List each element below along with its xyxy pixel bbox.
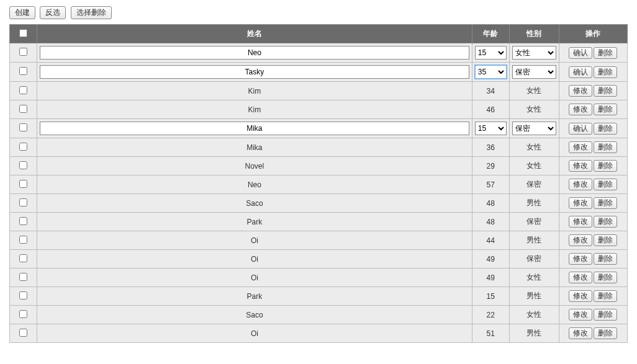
delete-button[interactable]: 删除	[594, 327, 617, 339]
delete-button[interactable]: 删除	[594, 160, 617, 172]
sex-select[interactable]: 保密	[512, 122, 556, 135]
delete-button[interactable]: 删除	[594, 179, 617, 190]
sex-select[interactable]: 保密	[512, 65, 556, 79]
row-checkbox[interactable]	[19, 291, 27, 300]
delete-button[interactable]: 删除	[594, 216, 617, 228]
age-cell: 57	[472, 175, 509, 194]
name-cell: Neo	[37, 175, 472, 194]
age-cell: 49	[472, 269, 509, 287]
sex-cell: 男性	[509, 287, 559, 306]
name-input[interactable]	[40, 46, 469, 60]
name-cell: Mika	[37, 138, 472, 157]
row-checkbox[interactable]	[19, 180, 27, 188]
modify-button[interactable]: 修改	[569, 141, 592, 153]
age-cell: 15	[472, 287, 509, 306]
age-cell: 36	[472, 138, 509, 157]
table-row: Kim34女性修改删除	[10, 82, 628, 100]
delete-button[interactable]: 删除	[594, 85, 617, 97]
sex-cell: 保密	[509, 175, 559, 194]
confirm-button[interactable]: 确认	[569, 47, 592, 59]
row-checkbox[interactable]	[19, 86, 27, 94]
table-row: Mika36女性修改删除	[10, 138, 628, 157]
name-cell: Oi	[37, 324, 472, 343]
invert-selection-button[interactable]: 反选	[40, 6, 66, 19]
confirm-button[interactable]: 确认	[569, 123, 592, 135]
header-name: 姓名	[37, 25, 472, 43]
row-checkbox[interactable]	[19, 198, 27, 206]
modify-button[interactable]: 修改	[569, 197, 592, 209]
name-cell: Kim	[37, 100, 472, 119]
name-cell: Saco	[37, 306, 472, 324]
row-checkbox[interactable]	[19, 67, 27, 75]
delete-selected-button[interactable]: 选择删除	[71, 6, 112, 19]
row-checkbox[interactable]	[19, 273, 27, 281]
name-cell: Park	[37, 213, 472, 231]
table-row: Park15男性修改删除	[10, 287, 628, 306]
name-input[interactable]	[40, 65, 469, 79]
row-checkbox[interactable]	[19, 48, 27, 56]
sex-cell: 女性	[509, 306, 559, 324]
sex-cell: 女性	[509, 269, 559, 287]
modify-button[interactable]: 修改	[569, 234, 592, 246]
delete-button[interactable]: 删除	[594, 104, 617, 115]
table-row: 15女性确认删除	[10, 43, 628, 63]
sex-select[interactable]: 女性	[512, 46, 556, 60]
name-cell: Oi	[37, 250, 472, 269]
name-cell: Oi	[37, 231, 472, 250]
modify-button[interactable]: 修改	[569, 216, 592, 228]
age-cell: 51	[472, 324, 509, 343]
row-checkbox[interactable]	[19, 161, 27, 169]
row-checkbox[interactable]	[19, 105, 27, 113]
delete-button[interactable]: 删除	[594, 66, 617, 78]
name-cell: Park	[37, 287, 472, 306]
table-row: Neo57保密修改删除	[10, 175, 628, 194]
header-age: 年龄	[472, 25, 509, 43]
name-input[interactable]	[40, 122, 469, 135]
age-cell: 34	[472, 82, 509, 100]
delete-button[interactable]: 删除	[594, 290, 617, 302]
modify-button[interactable]: 修改	[569, 290, 592, 302]
sex-cell: 女性	[509, 157, 559, 175]
age-select[interactable]: 15	[475, 46, 507, 60]
age-select[interactable]: 35	[475, 65, 507, 79]
age-cell: 49	[472, 250, 509, 269]
delete-button[interactable]: 删除	[594, 141, 617, 153]
confirm-button[interactable]: 确认	[569, 66, 592, 78]
modify-button[interactable]: 修改	[569, 160, 592, 172]
sex-cell: 女性	[509, 100, 559, 119]
delete-button[interactable]: 删除	[594, 309, 617, 321]
sex-cell: 男性	[509, 324, 559, 343]
modify-button[interactable]: 修改	[569, 85, 592, 97]
toolbar: 创建 反选 选择删除	[9, 6, 628, 19]
delete-button[interactable]: 删除	[594, 272, 617, 283]
table-row: Novel29女性修改删除	[10, 157, 628, 175]
delete-button[interactable]: 删除	[594, 47, 617, 59]
table-row: Saco48男性修改删除	[10, 194, 628, 213]
row-checkbox[interactable]	[19, 310, 27, 318]
delete-button[interactable]: 删除	[594, 253, 617, 265]
sex-cell: 女性	[509, 82, 559, 100]
delete-button[interactable]: 删除	[594, 234, 617, 246]
name-cell: Novel	[37, 157, 472, 175]
select-all-checkbox[interactable]	[19, 29, 27, 37]
row-checkbox[interactable]	[19, 217, 27, 225]
modify-button[interactable]: 修改	[569, 309, 592, 321]
sex-cell: 保密	[509, 213, 559, 231]
delete-button[interactable]: 删除	[594, 197, 617, 209]
create-button[interactable]: 创建	[9, 6, 35, 19]
modify-button[interactable]: 修改	[569, 272, 592, 283]
modify-button[interactable]: 修改	[569, 104, 592, 115]
delete-button[interactable]: 删除	[594, 123, 617, 135]
modify-button[interactable]: 修改	[569, 179, 592, 190]
header-sex: 性别	[509, 25, 559, 43]
row-checkbox[interactable]	[19, 329, 27, 337]
row-checkbox[interactable]	[19, 143, 27, 151]
age-select[interactable]: 15	[475, 122, 507, 135]
row-checkbox[interactable]	[19, 123, 27, 131]
row-checkbox[interactable]	[19, 236, 27, 244]
modify-button[interactable]: 修改	[569, 327, 592, 339]
modify-button[interactable]: 修改	[569, 253, 592, 265]
row-checkbox[interactable]	[19, 254, 27, 262]
age-cell: 22	[472, 306, 509, 324]
table-row: Park48保密修改删除	[10, 213, 628, 231]
